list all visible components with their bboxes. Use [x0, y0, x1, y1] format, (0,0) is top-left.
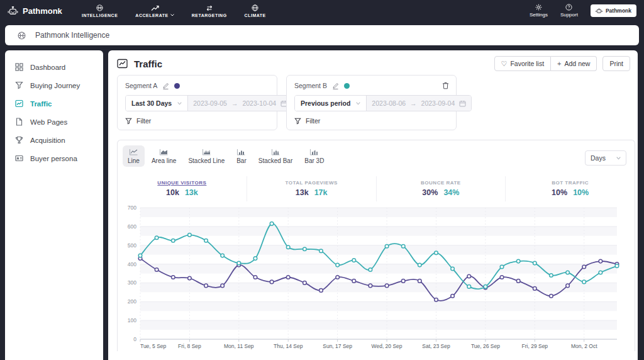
favorite-list-button[interactable]: ♡ Favorite list: [494, 56, 552, 71]
trophy-icon: [15, 136, 23, 144]
persona-card-icon: [15, 154, 23, 162]
breadcrumb: Pathmonk Intelligence: [5, 25, 639, 45]
header-actions: ♡ Favorite list + Add new Print: [494, 56, 630, 71]
traffic-line-chart: 0100200300400500600700Tue, 5 SepFri, 8 S…: [119, 203, 635, 352]
intelligence-sphere-icon: [18, 31, 26, 40]
bar-3d-icon: [309, 149, 319, 155]
svg-text:Fri, 8 Sep: Fri, 8 Sep: [178, 343, 201, 349]
sidebar-item-label: Buyer persona: [30, 155, 77, 162]
segment-a-name: Segment A: [125, 82, 157, 89]
segment-a-preset-select[interactable]: Last 30 Days: [126, 96, 187, 111]
nav-item-climate[interactable]: CLIMATE: [245, 4, 266, 18]
sidebar-item-web-pages[interactable]: Web Pages: [5, 113, 103, 131]
svg-text:Sun, 17 Sep: Sun, 17 Sep: [323, 343, 352, 349]
metric-value-segment-a: 10k: [166, 188, 179, 197]
delete-segment-trash-icon[interactable]: [442, 82, 449, 89]
tab-line[interactable]: Line: [123, 145, 145, 167]
print-label: Print: [609, 60, 623, 67]
sidebar-item-label: Dashboard: [30, 64, 65, 71]
metric-bounce-rate[interactable]: BOUNCE RATE 30% 34%: [376, 176, 506, 201]
print-button[interactable]: Print: [602, 56, 630, 71]
heart-icon: ♡: [501, 60, 508, 67]
pathmonk-logo[interactable]: Pathmonk: [8, 6, 82, 16]
add-new-label: Add new: [565, 60, 591, 67]
sidebar: Dashboard Buying Journey Traffic Web Pag…: [5, 50, 103, 360]
accelerate-icon: [151, 5, 159, 11]
segment-a-filter-button[interactable]: Filter: [125, 117, 269, 125]
chevron-down-icon: [616, 157, 621, 160]
segment-a-color-dot: [174, 83, 180, 89]
segment-a-date-range: Last 30 Days 2023-09-05 → 2023-10-04: [125, 95, 293, 111]
tab-area-line[interactable]: Area line: [147, 145, 181, 167]
tab-stacked-bar[interactable]: Stacked Bar: [253, 145, 297, 167]
calendar-icon: [459, 100, 466, 107]
question-icon: [565, 4, 572, 11]
metric-value-segment-a: 30%: [422, 188, 438, 197]
brand-name: Pathmonk: [23, 6, 62, 16]
retargeting-icon: [206, 5, 213, 11]
edit-pencil-icon[interactable]: [332, 82, 339, 89]
svg-text:Mon, 2 Oct: Mon, 2 Oct: [571, 343, 597, 349]
edit-pencil-icon[interactable]: [162, 82, 169, 89]
segment-b-filter-button[interactable]: Filter: [294, 117, 448, 125]
sidebar-item-traffic[interactable]: Traffic: [5, 94, 103, 113]
stacked-area-icon: [202, 149, 211, 155]
support-button[interactable]: Support: [560, 4, 578, 18]
metric-total-pageviews[interactable]: TOTAL PAGEVIEWS 13k 17k: [247, 176, 376, 201]
traffic-chart-icon: [15, 99, 23, 108]
stacked-bar-icon: [271, 149, 280, 155]
metric-label: BOT TRAFFIC: [506, 180, 635, 186]
nav-item-intelligence[interactable]: INTELLIGENCE: [82, 4, 118, 18]
top-nav-bar: Pathmonk INTELLIGENCE ACCELERATE: [0, 0, 644, 21]
tab-label: Stacked Line: [188, 157, 225, 164]
add-new-button[interactable]: + Add new: [551, 56, 597, 71]
sidebar-item-acquisition[interactable]: Acquisition: [5, 131, 103, 149]
robot-logo-icon: [8, 6, 18, 16]
tab-bar[interactable]: Bar: [231, 145, 252, 167]
svg-text:Mon, 11 Sep: Mon, 11 Sep: [224, 343, 254, 349]
filter-label: Filter: [136, 117, 151, 125]
svg-text:300: 300: [128, 279, 136, 286]
arrow-right-icon: →: [410, 99, 417, 107]
chevron-down-icon: [170, 14, 174, 16]
metric-unique-visitors[interactable]: UNIQUE VISITORS 10k 13k: [118, 176, 247, 201]
sidebar-item-buyer-persona[interactable]: Buyer persona: [5, 149, 103, 167]
chart-type-tabs: Line Area line: [123, 145, 329, 167]
filter-label: Filter: [306, 117, 320, 125]
tab-label: Area line: [152, 157, 176, 164]
segment-b-dates[interactable]: 2023-08-06 → 2023-09-04: [366, 96, 471, 111]
sidebar-item-dashboard[interactable]: Dashboard: [5, 58, 103, 76]
segment-b-header: Segment B: [294, 82, 448, 89]
interval-select[interactable]: Days: [585, 150, 626, 166]
main-panel: Traffic ♡ Favorite list + Add new Print …: [108, 50, 638, 360]
svg-text:700: 700: [128, 205, 136, 211]
traffic-chart-card: Line Area line: [117, 140, 635, 351]
line-chart-icon: [129, 149, 138, 155]
metric-value-segment-a: 10%: [552, 188, 567, 197]
tab-stacked-line[interactable]: Stacked Line: [183, 145, 230, 167]
favorite-list-label: Favorite list: [510, 60, 544, 67]
segment-b-preset-select[interactable]: Previous period: [295, 96, 366, 111]
date-from: 2023-09-05: [193, 99, 227, 107]
settings-button[interactable]: Settings: [530, 4, 548, 18]
settings-label: Settings: [530, 12, 548, 18]
dashboard-icon: [15, 63, 23, 71]
sidebar-item-buying-journey[interactable]: Buying Journey: [5, 76, 103, 94]
tab-bar-3d[interactable]: Bar 3D: [299, 145, 329, 167]
svg-text:Tue, 5 Sep: Tue, 5 Sep: [140, 343, 167, 349]
segment-a-dates[interactable]: 2023-09-05 → 2023-10-04: [187, 96, 292, 111]
filter-funnel-icon: [125, 118, 132, 125]
pathmonk-account-button[interactable]: Pathmonk: [591, 4, 636, 17]
nav-item-retargeting[interactable]: RETARGETING: [192, 5, 227, 18]
nav-item-accelerate[interactable]: ACCELERATE: [135, 5, 174, 18]
list-actions-group: ♡ Favorite list + Add new: [494, 56, 597, 71]
breadcrumb-title: Pathmonk Intelligence: [35, 31, 109, 40]
segment-b-name: Segment B: [294, 82, 327, 89]
top-nav-right: Settings Support Pathmonk: [530, 4, 636, 18]
sidebar-item-label: Buying Journey: [30, 82, 80, 89]
metric-bot-traffic[interactable]: BOT TRAFFIC 10% 10%: [505, 176, 635, 201]
nav-label: INTELLIGENCE: [82, 13, 118, 18]
segment-b-date-range: Previous period 2023-08-06 → 2023-09-04: [294, 95, 472, 111]
tab-label: Bar 3D: [304, 157, 324, 164]
svg-text:600: 600: [128, 223, 136, 230]
